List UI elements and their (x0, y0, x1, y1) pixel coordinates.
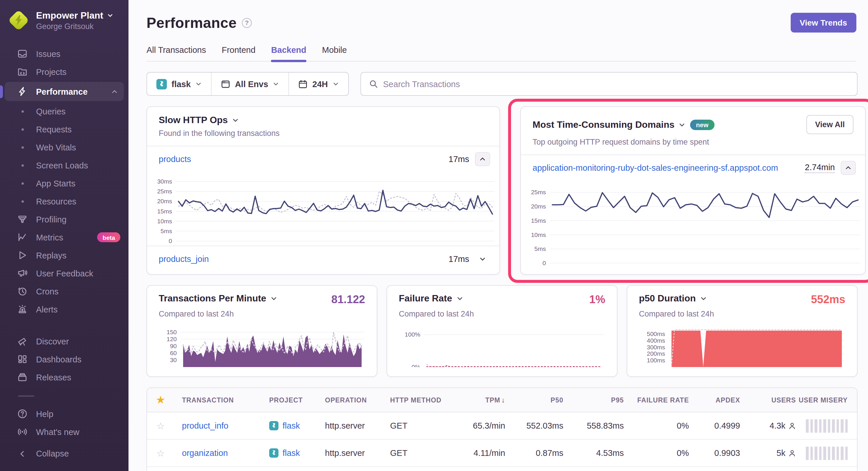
project-filter-label: flask (172, 79, 191, 89)
sidebar-item-user-feedback[interactable]: User Feedback (0, 264, 128, 282)
sidebar-item-what-s-new[interactable]: What's new (0, 423, 128, 441)
bullet-icon (18, 182, 27, 184)
sidebar: Empower Plant George Gritsouk Issues Pro… (0, 0, 128, 471)
svg-text:5ms: 5ms (534, 245, 546, 252)
tpm-title[interactable]: Transactions Per Minute (159, 293, 277, 304)
expand-row-button[interactable] (475, 252, 490, 266)
sort-desc-arrow-icon: ↓ (501, 396, 505, 404)
projects-icon (18, 67, 27, 77)
sidebar-item-alerts[interactable]: Alerts (0, 300, 128, 318)
chevron-left-icon (19, 450, 26, 457)
svg-text:400ms: 400ms (647, 337, 665, 344)
chevron-down-icon (107, 12, 113, 19)
svg-text:30ms: 30ms (157, 178, 172, 185)
sidebar-item-projects[interactable]: Projects (0, 63, 128, 81)
column-header-users[interactable]: USERS (740, 396, 796, 403)
bullet-icon (18, 110, 27, 112)
project-link[interactable]: flask (283, 448, 300, 458)
search-transactions-input[interactable] (383, 79, 849, 89)
chevron-down-icon (232, 117, 239, 124)
tpm-cell: 65.3/min (460, 421, 505, 430)
slow-http-ops-card: Slow HTTP Ops Found in the following tra… (147, 106, 500, 275)
column-header-operation[interactable]: OPERATION (325, 396, 390, 403)
collapse-label: Collapse (36, 449, 69, 458)
svg-text:100ms: 100ms (647, 357, 665, 364)
sidebar-item-dashboards[interactable]: Dashboards (0, 350, 128, 368)
star-outline-icon[interactable]: ☆ (156, 420, 182, 431)
sidebar-item-profiling[interactable]: Profiling (0, 210, 128, 228)
column-header-p95[interactable]: P95 (563, 396, 624, 403)
column-header-tpm[interactable]: TPM↓ (460, 396, 505, 404)
sidebar-item-issues[interactable]: Issues (0, 45, 128, 63)
p95-cell: 4.53ms (563, 448, 624, 458)
column-header-transaction[interactable]: TRANSACTION (182, 396, 269, 403)
sidebar-item-metrics[interactable]: Metrics beta (0, 228, 128, 246)
p50-cell: 552.03ms (505, 421, 563, 430)
user-misery-bars (796, 419, 848, 432)
sidebar-item-app-starts[interactable]: App Starts (0, 174, 128, 192)
sidebar-item-requests[interactable]: Requests (0, 120, 128, 138)
star-outline-icon[interactable]: ☆ (156, 447, 182, 459)
column-header-user-misery[interactable]: USER MISERY (796, 396, 848, 403)
sidebar-item-queries[interactable]: Queries (0, 102, 128, 120)
view-all-button[interactable]: View All (806, 115, 854, 134)
bullet-icon (18, 164, 27, 166)
sidebar-item-help[interactable]: Help (0, 405, 128, 423)
page-tabs: All TransactionsFrontendBackendMobile (147, 45, 856, 62)
org-switcher[interactable]: Empower Plant George Gritsouk (0, 0, 128, 43)
sidebar-item-crons[interactable]: Crons (0, 282, 128, 300)
sidebar-item-discover[interactable]: Discover (0, 332, 128, 350)
tab-backend[interactable]: Backend (271, 45, 306, 61)
users-count: 4.3k (770, 421, 785, 430)
sidebar-item-web-vitals[interactable]: Web Vitals (0, 138, 128, 156)
sidebar-item-screen-loads[interactable]: Screen Loads (0, 156, 128, 174)
collapse-row-button[interactable] (841, 161, 856, 175)
transaction-link[interactable]: application-monitoring-ruby-dot-sales-en… (532, 163, 778, 172)
column-header-failure-rate[interactable]: FAILURE RATE (624, 396, 689, 403)
flask-project-icon (269, 421, 278, 430)
p50-title[interactable]: p50 Duration (639, 293, 707, 304)
sidebar-item-performance[interactable]: Performance (5, 82, 124, 101)
transaction-link[interactable]: organization (182, 448, 228, 458)
sidebar-item-replays[interactable]: Replays (0, 246, 128, 264)
transaction-link[interactable]: products_join (159, 255, 209, 264)
sidebar-item-releases[interactable]: Releases (0, 368, 128, 386)
svg-text:0: 0 (542, 260, 546, 266)
chevron-down-icon (273, 81, 279, 87)
column-header-project[interactable]: PROJECT (269, 396, 325, 403)
domains-title[interactable]: Most Time-Consuming Domains (532, 119, 685, 130)
column-header-apdex[interactable]: APDEX (689, 396, 740, 403)
sidebar-collapse-button[interactable]: Collapse (0, 442, 128, 465)
user-icon (788, 449, 796, 457)
tpm-chart: 150120906030 (159, 325, 365, 367)
failure-rate-title[interactable]: Failure Rate (399, 293, 463, 304)
collapse-row-button[interactable] (475, 152, 490, 166)
tab-mobile[interactable]: Mobile (322, 45, 347, 61)
svg-text:300ms: 300ms (647, 344, 665, 350)
view-trends-button[interactable]: View Trends (790, 13, 856, 33)
svg-text:150: 150 (166, 329, 177, 335)
project-filter[interactable]: flask (147, 73, 211, 95)
slow-http-ops-title[interactable]: Slow HTTP Ops (159, 115, 488, 126)
svg-text:20ms: 20ms (157, 198, 172, 204)
column-header-http-method[interactable]: HTTP METHOD (390, 396, 460, 403)
environment-filter[interactable]: All Envs (211, 73, 288, 95)
active-nav-indicator (0, 85, 3, 98)
failure-rate-cell: 0% (624, 421, 689, 430)
svg-text:30: 30 (170, 357, 177, 363)
star-filled-icon[interactable]: ★ (156, 394, 182, 405)
project-link[interactable]: flask (283, 421, 300, 430)
tab-all-transactions[interactable]: All Transactions (147, 45, 206, 61)
failure-rate-subtitle: Compared to last 24h (399, 309, 605, 318)
transaction-link[interactable]: products (159, 155, 191, 164)
help-circle-icon[interactable]: ? (242, 18, 252, 28)
domains-chart: 25ms20ms15ms10ms5ms0 (521, 180, 865, 268)
sidebar-item-resources[interactable]: Resources (0, 192, 128, 210)
column-header-p50[interactable]: P50 (505, 396, 563, 403)
time-range-filter[interactable]: 24H (289, 73, 348, 95)
bullet-icon (18, 128, 27, 130)
tab-frontend[interactable]: Frontend (222, 45, 255, 61)
lightning-icon (18, 87, 27, 96)
time-range-label: 24H (312, 79, 328, 89)
transaction-link[interactable]: product_info (182, 421, 228, 430)
